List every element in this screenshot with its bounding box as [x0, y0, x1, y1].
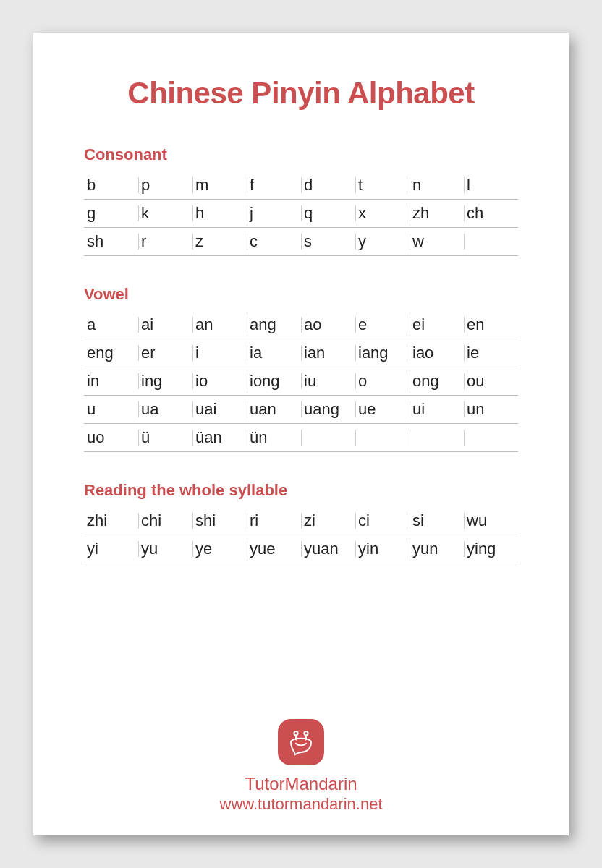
table-cell	[355, 424, 410, 452]
table-cell: yun	[410, 535, 464, 563]
section-vowel: Vowel aaianangaoeeienengeriiaianiangiaoi…	[84, 285, 518, 452]
table-cell: uan	[247, 396, 301, 424]
table-cell	[410, 424, 464, 452]
table-cell: ing	[138, 367, 192, 396]
table-cell	[464, 228, 518, 256]
table-cell: a	[84, 311, 138, 339]
footer: TutorMandarin www.tutormandarin.net	[33, 719, 569, 814]
table-cell: g	[84, 200, 138, 228]
table-cell: ui	[410, 396, 464, 424]
table-cell: wu	[464, 507, 518, 535]
table-cell: x	[355, 200, 410, 228]
table-cell: c	[247, 228, 301, 256]
table-cell: h	[192, 200, 247, 228]
brand-url: www.tutormandarin.net	[33, 795, 569, 814]
table-cell: iu	[301, 367, 355, 396]
table-cell: en	[464, 311, 518, 339]
table-cell: ri	[247, 507, 301, 535]
table-cell: ong	[410, 367, 464, 396]
table-row: gkhjqxzhch	[84, 200, 518, 228]
table-cell: ch	[464, 200, 518, 228]
table-cell: uai	[192, 396, 247, 424]
table-cell: in	[84, 367, 138, 396]
table-cell	[464, 424, 518, 452]
table-cell: üan	[192, 424, 247, 452]
table-cell: ang	[247, 311, 301, 339]
table-row: bpmfdtnl	[84, 171, 518, 200]
table-cell: ian	[301, 339, 355, 367]
table-cell: d	[301, 171, 355, 200]
table-cell: j	[247, 200, 301, 228]
table-cell: z	[192, 228, 247, 256]
table-cell: ie	[464, 339, 518, 367]
table-cell: ua	[138, 396, 192, 424]
table-cell: ao	[301, 311, 355, 339]
table-cell: iao	[410, 339, 464, 367]
section-syllable: Reading the whole syllable zhichishirizi…	[84, 481, 518, 563]
table-cell: an	[192, 311, 247, 339]
table-cell: w	[410, 228, 464, 256]
table-cell: yi	[84, 535, 138, 563]
table-cell: eng	[84, 339, 138, 367]
consonant-table: bpmfdtnlgkhjqxzhchshrzcsyw	[84, 171, 518, 256]
table-cell: s	[301, 228, 355, 256]
table-cell: ye	[192, 535, 247, 563]
table-cell: t	[355, 171, 410, 200]
table-cell: k	[138, 200, 192, 228]
page-title: Chinese Pinyin Alphabet	[84, 76, 518, 111]
table-cell	[301, 424, 355, 452]
table-cell: zhi	[84, 507, 138, 535]
table-cell: ün	[247, 424, 301, 452]
table-cell: un	[464, 396, 518, 424]
table-cell: e	[355, 311, 410, 339]
table-cell: ci	[355, 507, 410, 535]
document-page: Chinese Pinyin Alphabet Consonant bpmfdt…	[33, 33, 569, 835]
table-cell: q	[301, 200, 355, 228]
table-cell: sh	[84, 228, 138, 256]
table-cell: ue	[355, 396, 410, 424]
table-cell: b	[84, 171, 138, 200]
table-row: yiyuyeyueyuanyinyunying	[84, 535, 518, 563]
table-cell: p	[138, 171, 192, 200]
table-cell: ei	[410, 311, 464, 339]
table-cell: si	[410, 507, 464, 535]
section-heading: Vowel	[84, 285, 518, 304]
table-cell: io	[192, 367, 247, 396]
table-cell: yue	[247, 535, 301, 563]
table-cell: zi	[301, 507, 355, 535]
section-consonant: Consonant bpmfdtnlgkhjqxzhchshrzcsyw	[84, 145, 518, 256]
table-cell: yuan	[301, 535, 355, 563]
table-cell: uang	[301, 396, 355, 424]
table-cell: u	[84, 396, 138, 424]
table-cell: iang	[355, 339, 410, 367]
table-cell: m	[192, 171, 247, 200]
table-row: engeriiaianiangiaoie	[84, 339, 518, 367]
brand-logo-icon	[278, 719, 324, 765]
table-cell: zh	[410, 200, 464, 228]
table-cell: r	[138, 228, 192, 256]
table-cell: yu	[138, 535, 192, 563]
table-cell: i	[192, 339, 247, 367]
table-cell: ying	[464, 535, 518, 563]
table-row: iningioiongiuoongou	[84, 367, 518, 396]
table-row: shrzcsyw	[84, 228, 518, 256]
section-heading: Consonant	[84, 145, 518, 164]
vowel-table: aaianangaoeeienengeriiaianiangiaoieining…	[84, 311, 518, 452]
brand-name: TutorMandarin	[33, 773, 569, 795]
table-cell: yin	[355, 535, 410, 563]
table-cell: o	[355, 367, 410, 396]
table-cell: ü	[138, 424, 192, 452]
table-cell: shi	[192, 507, 247, 535]
table-cell: iong	[247, 367, 301, 396]
table-row: aaianangaoeeien	[84, 311, 518, 339]
table-cell: er	[138, 339, 192, 367]
table-cell: f	[247, 171, 301, 200]
syllable-table: zhichishirizicisiwuyiyuyeyueyuanyinyunyi…	[84, 507, 518, 563]
table-cell: uo	[84, 424, 138, 452]
table-row: zhichishirizicisiwu	[84, 507, 518, 535]
table-cell: ia	[247, 339, 301, 367]
table-cell: ou	[464, 367, 518, 396]
table-cell: ai	[138, 311, 192, 339]
table-cell: l	[464, 171, 518, 200]
table-cell: y	[355, 228, 410, 256]
